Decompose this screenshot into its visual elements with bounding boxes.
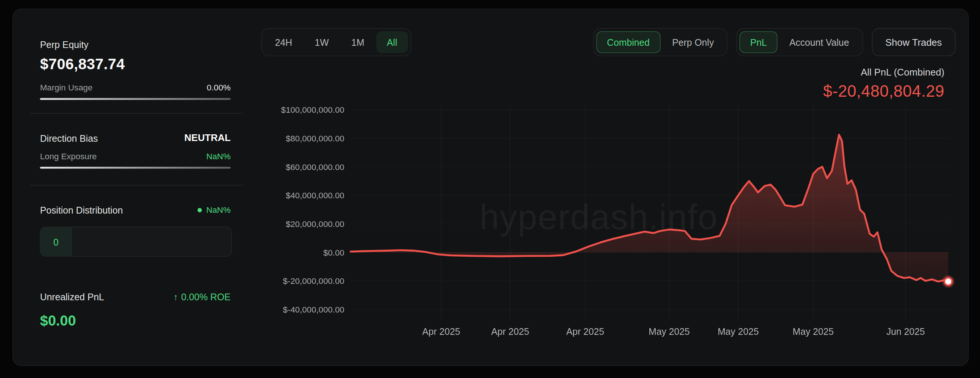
x-axis-label: May 2025 <box>649 326 690 337</box>
x-axis-label: Apr 2025 <box>491 326 529 337</box>
y-axis-label: $80,000,000.00 <box>286 133 344 143</box>
y-axis-label: $40,000,000.00 <box>286 191 344 200</box>
direction-bias-row: Direction Bias NEUTRAL <box>40 132 231 144</box>
metric-pnl-button[interactable]: PnL <box>740 31 778 53</box>
chart-toolbar: 24H 1W 1M All Combined Perp Only PnL Acc… <box>261 28 956 57</box>
metric-account-value-button[interactable]: Account Value <box>779 31 860 53</box>
unrealized-pnl-value: $0.00 <box>40 312 76 329</box>
pnl-chart-container: hyperdash.info $100,000,000.00$80,000,00… <box>261 100 968 358</box>
divider <box>30 185 243 186</box>
scope-perp-only-button[interactable]: Perp Only <box>662 31 725 53</box>
direction-bias-label: Direction Bias <box>40 133 97 144</box>
direction-bias-value: NEUTRAL <box>184 132 231 144</box>
scope-combined-button[interactable]: Combined <box>597 31 660 53</box>
position-distribution-row: Position Distribution NaN% <box>40 205 231 216</box>
divider <box>30 113 243 114</box>
toolbar-right-cluster: Combined Perp Only PnL Account Value Sho… <box>593 28 955 57</box>
range-24h-button[interactable]: 24H <box>264 31 303 53</box>
perp-equity-value: $706,837.74 <box>40 56 125 73</box>
x-axis-label: Jun 2025 <box>886 326 925 337</box>
position-distribution-empty <box>72 227 231 256</box>
pnl-area-fill <box>351 135 948 282</box>
pnl-value: $-20,480,804.29 <box>823 83 944 100</box>
pnl-title: All PnL (Combined) <box>823 67 944 77</box>
y-axis-label: $-20,000,000.00 <box>283 276 344 286</box>
green-dot-icon <box>197 208 202 213</box>
margin-usage-row: Margin Usage 0.00% <box>40 83 231 92</box>
dashboard-card: Perp Equity $706,837.74 Margin Usage 0.0… <box>13 9 969 366</box>
last-point-marker[interactable] <box>945 278 952 285</box>
range-1w-button[interactable]: 1W <box>304 31 340 53</box>
position-distribution-value: NaN% <box>206 205 231 215</box>
position-distribution-segment: 0 <box>41 227 72 256</box>
y-axis-label: $100,000,000.00 <box>281 105 344 114</box>
show-trades-button[interactable]: Show Trades <box>872 28 956 57</box>
margin-usage-value: 0.00% <box>207 83 231 92</box>
x-axis-label: Apr 2025 <box>566 326 604 337</box>
unrealized-pnl-row: Unrealized PnL ↑ 0.00% ROE <box>40 292 231 302</box>
long-exposure-label: Long Exposure <box>40 152 96 161</box>
margin-usage-label: Margin Usage <box>40 83 92 92</box>
pnl-header: All PnL (Combined) $-20,480,804.29 <box>823 67 944 100</box>
roe-value: 0.00% ROE <box>181 292 231 302</box>
pnl-chart[interactable]: $100,000,000.00$80,000,000.00$60,000,000… <box>261 100 968 358</box>
scope-toggle-group: Combined Perp Only <box>593 28 727 57</box>
x-axis-label: May 2025 <box>793 326 834 337</box>
position-distribution-bar: 0 <box>40 227 232 257</box>
y-axis-label: $60,000,000.00 <box>286 162 344 172</box>
range-1m-button[interactable]: 1M <box>341 31 375 53</box>
range-all-button[interactable]: All <box>376 31 408 53</box>
margin-usage-progressbar <box>40 98 231 100</box>
long-exposure-value: NaN% <box>206 152 231 161</box>
y-axis-label: $-40,000,000.00 <box>283 305 344 314</box>
long-exposure-progressbar <box>40 167 231 168</box>
perp-equity-label: Perp Equity <box>40 40 88 50</box>
y-axis-label: $0.00 <box>323 248 344 257</box>
position-distribution-label: Position Distribution <box>40 205 123 216</box>
y-axis-label: $20,000,000.00 <box>286 219 344 229</box>
unrealized-pnl-label: Unrealized PnL <box>40 292 104 302</box>
page: Perp Equity $706,837.74 Margin Usage 0.0… <box>0 0 980 378</box>
x-axis-label: Apr 2025 <box>422 326 460 337</box>
long-exposure-row: Long Exposure NaN% <box>40 152 231 161</box>
metric-toggle-group: PnL Account Value <box>737 28 863 57</box>
x-axis-label: May 2025 <box>718 326 759 337</box>
arrow-up-icon: ↑ <box>173 292 178 302</box>
time-range-group: 24H 1W 1M All <box>261 28 411 57</box>
